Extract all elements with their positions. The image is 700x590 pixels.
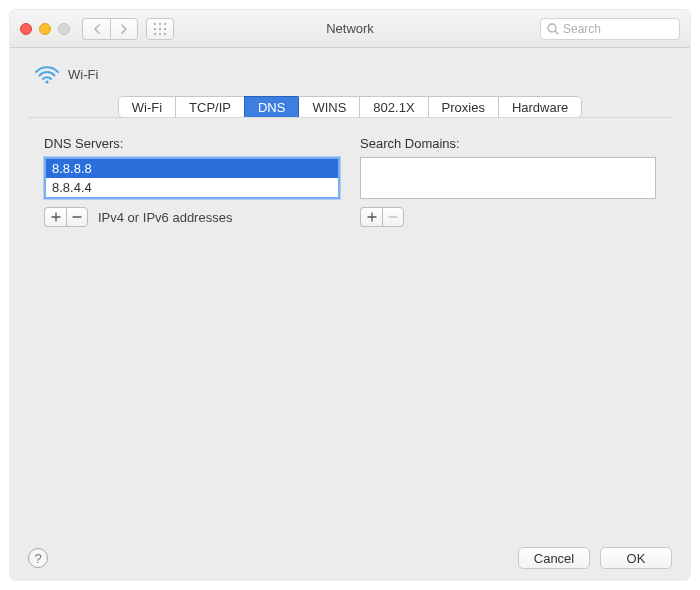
content-area: Wi-Fi Wi-FiTCP/IPDNSWINS802.1XProxiesHar… — [10, 48, 690, 527]
nav-buttons — [82, 18, 138, 40]
add-dns-server-button[interactable] — [44, 207, 66, 227]
window-controls — [20, 23, 70, 35]
search-domains-add-remove — [360, 207, 404, 227]
minimize-window-button[interactable] — [39, 23, 51, 35]
svg-rect-4 — [159, 28, 161, 30]
wifi-icon — [34, 64, 58, 84]
dns-servers-list[interactable]: 8.8.8.88.8.4.4 — [44, 157, 340, 199]
tab-dns[interactable]: DNS — [244, 96, 298, 118]
remove-search-domain-button[interactable] — [382, 207, 404, 227]
show-all-button[interactable] — [146, 18, 174, 40]
search-domains-label: Search Domains: — [360, 136, 656, 151]
svg-point-11 — [45, 80, 48, 83]
tab-tcpip[interactable]: TCP/IP — [175, 96, 244, 118]
zoom-window-button[interactable] — [58, 23, 70, 35]
plus-icon — [367, 212, 377, 222]
cancel-button-label: Cancel — [534, 551, 574, 566]
tab-hardware[interactable]: Hardware — [498, 96, 582, 118]
minus-icon — [388, 212, 398, 222]
forward-button[interactable] — [110, 18, 138, 40]
connection-header: Wi-Fi — [28, 60, 672, 96]
tabs-bar: Wi-FiTCP/IPDNSWINS802.1XProxiesHardware — [28, 96, 672, 118]
svg-rect-0 — [154, 23, 156, 25]
dialog-footer: ? Cancel OK — [10, 536, 690, 580]
back-button[interactable] — [82, 18, 110, 40]
plus-icon — [51, 212, 61, 222]
cancel-button[interactable]: Cancel — [518, 547, 590, 569]
svg-rect-5 — [164, 28, 166, 30]
chevron-left-icon — [93, 24, 101, 34]
remove-dns-server-button[interactable] — [66, 207, 88, 227]
search-field[interactable]: Search — [540, 18, 680, 40]
ok-button[interactable]: OK — [600, 547, 672, 569]
tab-proxies[interactable]: Proxies — [428, 96, 498, 118]
list-item[interactable]: 8.8.4.4 — [46, 178, 338, 197]
chevron-right-icon — [120, 24, 128, 34]
svg-rect-3 — [154, 28, 156, 30]
svg-line-10 — [555, 31, 558, 34]
connection-label: Wi-Fi — [68, 67, 98, 82]
network-preferences-window: Network Search Wi-Fi Wi-FiTCP/IPDNSWI — [10, 10, 690, 580]
dns-tab-pane: DNS Servers: 8.8.8.88.8.4.4 IPv4 or IPv6… — [28, 117, 672, 527]
search-domains-column: Search Domains: — [360, 136, 656, 227]
window-titlebar: Network Search — [10, 10, 690, 48]
close-window-button[interactable] — [20, 23, 32, 35]
add-search-domain-button[interactable] — [360, 207, 382, 227]
dns-servers-hint: IPv4 or IPv6 addresses — [98, 210, 232, 225]
search-icon — [547, 23, 559, 35]
dns-servers-label: DNS Servers: — [44, 136, 340, 151]
help-button[interactable]: ? — [28, 548, 48, 568]
dns-servers-add-remove — [44, 207, 88, 227]
dns-servers-column: DNS Servers: 8.8.8.88.8.4.4 IPv4 or IPv6… — [44, 136, 340, 227]
tab-wins[interactable]: WINS — [298, 96, 359, 118]
search-placeholder: Search — [563, 22, 601, 36]
svg-rect-6 — [154, 33, 156, 35]
search-domains-list[interactable] — [360, 157, 656, 199]
minus-icon — [72, 212, 82, 222]
list-item[interactable]: 8.8.8.8 — [46, 159, 338, 178]
tab-8021x[interactable]: 802.1X — [359, 96, 427, 118]
grid-icon — [154, 23, 166, 35]
svg-rect-7 — [159, 33, 161, 35]
svg-rect-2 — [164, 23, 166, 25]
tab-wifi[interactable]: Wi-Fi — [118, 96, 175, 118]
svg-rect-8 — [164, 33, 166, 35]
help-icon: ? — [34, 551, 41, 566]
ok-button-label: OK — [627, 551, 646, 566]
svg-rect-1 — [159, 23, 161, 25]
